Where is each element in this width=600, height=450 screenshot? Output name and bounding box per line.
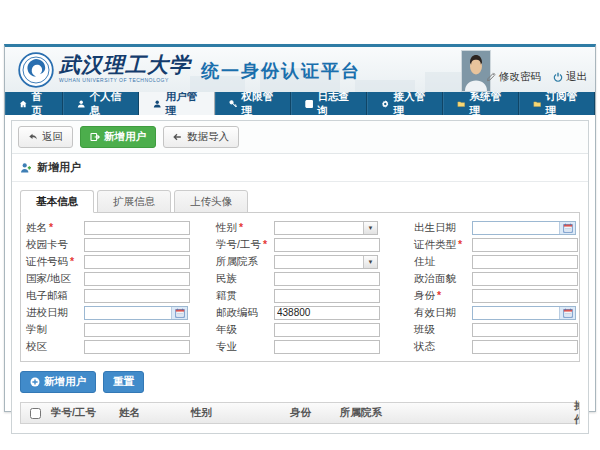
nav-label: 个人信息 <box>89 90 125 118</box>
class-input[interactable] <box>472 323 578 337</box>
nav-label: 首页 <box>31 90 49 118</box>
field-label: 性别* <box>216 221 274 235</box>
tab-extended-info[interactable]: 扩展信息 <box>97 190 171 213</box>
change-password-label: 修改密码 <box>499 70 541 84</box>
ethnicity-input[interactable] <box>274 272 380 286</box>
grade-input[interactable] <box>274 323 380 337</box>
nav-item-permission-mgmt[interactable]: 权限管理 <box>215 92 291 115</box>
nav-item-user-mgmt[interactable]: 用户管理 <box>139 92 215 115</box>
student-id-input[interactable] <box>274 238 380 252</box>
chevron-down-icon[interactable]: ▼ <box>363 256 377 268</box>
logout-link[interactable]: 退出 <box>553 70 587 84</box>
column-header-identity: 身份 <box>288 406 338 420</box>
field-label: 进校日期 <box>26 306 84 320</box>
column-header-gender: 性别 <box>189 406 288 420</box>
form-field-id-number: 证件号码* <box>26 254 212 269</box>
calendar-icon[interactable] <box>559 307 575 319</box>
field-label: 身份* <box>414 289 472 303</box>
user-table-header: 学号/工号 姓名 性别 身份 所属院系 操作 <box>20 402 580 424</box>
schooling-years-input[interactable] <box>84 323 190 337</box>
nav-item-system-mgmt[interactable]: 系统管理 <box>443 92 519 115</box>
select-all-checkbox[interactable] <box>30 408 41 419</box>
form-field-student-id: 学号/工号* <box>216 237 410 252</box>
field-label: 政治面貌 <box>414 272 472 286</box>
campus-input[interactable] <box>84 340 190 354</box>
address-input[interactable] <box>472 255 578 269</box>
nav-item-access-mgmt[interactable]: 接入管理 <box>367 92 443 115</box>
required-mark: * <box>70 255 74 267</box>
power-icon <box>553 72 563 82</box>
email-input[interactable] <box>84 289 190 303</box>
folder-icon <box>533 99 541 109</box>
app-window: 武汉理工大学 WUHAN UNIVERSITY OF TECHNOLOGY 统一… <box>4 44 596 412</box>
reset-button[interactable]: 重置 <box>103 371 144 393</box>
nav-item-home[interactable]: 首页 <box>5 92 63 115</box>
postal-code-input[interactable] <box>274 306 380 320</box>
section-title: 新增用户 <box>37 160 81 175</box>
enroll-date-input[interactable] <box>85 307 171 319</box>
change-password-link[interactable]: 修改密码 <box>486 70 541 84</box>
import-arrow-icon <box>173 132 183 142</box>
valid-date-input[interactable] <box>473 307 559 319</box>
calendar-icon[interactable] <box>559 222 575 234</box>
field-label: 电子邮箱 <box>26 289 84 303</box>
field-label: 国家/地区 <box>26 272 84 286</box>
basic-info-form: 姓名* 性别* ▼ 出生日期 校园卡号 <box>20 212 580 362</box>
campus-card-input[interactable] <box>84 238 190 252</box>
nav-label: 用户管理 <box>165 90 201 118</box>
form-field-grade: 年级 <box>216 322 410 337</box>
field-label: 姓名* <box>26 221 84 235</box>
tab-upload-avatar[interactable]: 上传头像 <box>174 190 248 213</box>
political-status-input[interactable] <box>472 272 578 286</box>
gender-select[interactable]: ▼ <box>274 221 378 235</box>
birth-date-input[interactable] <box>473 222 559 234</box>
user-mgmt-panel: 返回 新增用户 数据导入 新增用户 基本信息 扩展信息 <box>11 120 589 434</box>
calendar-icon[interactable] <box>171 307 187 319</box>
major-input[interactable] <box>274 340 380 354</box>
department-select[interactable]: ▼ <box>274 255 378 269</box>
nav-item-subscription-mgmt[interactable]: 订阅管理 <box>519 92 595 115</box>
form-field-ethnicity: 民族 <box>216 271 410 286</box>
status-input[interactable] <box>472 340 578 354</box>
log-icon <box>305 99 313 109</box>
field-label: 状态 <box>414 340 472 354</box>
toolbar: 返回 新增用户 数据导入 <box>12 121 588 154</box>
import-label: 数据导入 <box>187 130 229 144</box>
form-field-campus: 校区 <box>26 339 212 354</box>
form-field-class: 班级 <box>414 322 578 337</box>
form-field-status: 状态 <box>414 339 578 354</box>
reset-label: 重置 <box>113 375 134 389</box>
nav-label: 权限管理 <box>241 90 277 118</box>
nav-item-log-query[interactable]: 日志查询 <box>291 92 367 115</box>
required-mark: * <box>458 238 462 250</box>
university-name: 武汉理工大学 <box>59 54 191 76</box>
id-number-input[interactable] <box>84 255 190 269</box>
gear-icon <box>381 99 389 109</box>
field-label: 民族 <box>216 272 274 286</box>
data-import-button[interactable]: 数据导入 <box>163 126 239 148</box>
identity-input[interactable] <box>472 289 578 303</box>
field-label: 班级 <box>414 323 472 337</box>
add-user-icon <box>90 132 100 142</box>
nav-item-profile[interactable]: 个人信息 <box>63 92 139 115</box>
required-mark: * <box>239 221 243 233</box>
native-place-input[interactable] <box>274 289 380 303</box>
name-input[interactable] <box>84 221 190 235</box>
user-icon <box>153 99 161 109</box>
chevron-down-icon[interactable]: ▼ <box>363 222 377 234</box>
country-input[interactable] <box>84 272 190 286</box>
form-field-political-status: 政治面貌 <box>414 271 578 286</box>
add-user-toolbar-button[interactable]: 新增用户 <box>80 126 156 148</box>
platform-title: 统一身份认证平台 <box>201 59 361 83</box>
pencil-icon <box>486 72 496 82</box>
logout-label: 退出 <box>566 70 587 84</box>
id-type-input[interactable] <box>472 238 578 252</box>
column-header-operation: 操作 <box>572 399 579 427</box>
tab-basic-info[interactable]: 基本信息 <box>20 190 94 213</box>
university-name-en: WUHAN UNIVERSITY OF TECHNOLOGY <box>59 77 191 83</box>
field-label: 专业 <box>216 340 274 354</box>
field-label: 校园卡号 <box>26 238 84 252</box>
add-user-label: 新增用户 <box>104 130 146 144</box>
back-button[interactable]: 返回 <box>18 126 73 148</box>
submit-add-user-button[interactable]: 新增用户 <box>20 371 96 393</box>
